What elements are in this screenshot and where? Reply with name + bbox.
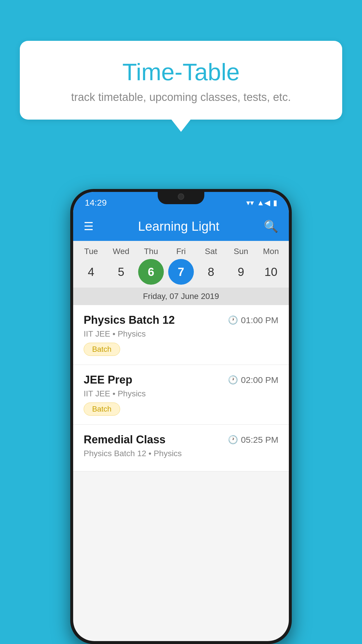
schedule-item-physics-batch[interactable]: Physics Batch 12 🕐 01:00 PM IIT JEE • Ph… [73, 305, 289, 365]
schedule-item-title-3: Remedial Class [84, 433, 166, 446]
app-title: Learning Light [138, 219, 219, 234]
schedule-item-title-1: Physics Batch 12 [84, 314, 175, 326]
tooltip-title: Time-Table [37, 58, 325, 86]
day-9[interactable]: 9 [228, 259, 254, 285]
time-value-3: 05:25 PM [241, 435, 278, 445]
day-7-selected[interactable]: 7 [168, 259, 194, 285]
battery-icon: ▮ [273, 198, 277, 207]
day-8[interactable]: 8 [198, 259, 224, 285]
phone-screen: 14:29 ▾▾ ▲◀ ▮ ☰ Learning Light 🔍 Tue Wed… [73, 192, 289, 641]
schedule-item-header-1: Physics Batch 12 🕐 01:00 PM [84, 314, 278, 326]
schedule-item-title-2: JEE Prep [84, 374, 132, 386]
day-header-fri: Fri [168, 247, 194, 256]
clock-icon-1: 🕐 [228, 315, 238, 325]
schedule-item-time-1: 🕐 01:00 PM [228, 315, 278, 325]
day-header-tue: Tue [78, 247, 104, 256]
search-icon[interactable]: 🔍 [264, 220, 278, 233]
day-header-thu: Thu [138, 247, 164, 256]
clock-icon-3: 🕐 [228, 435, 238, 444]
schedule-item-subtitle-2: IIT JEE • Physics [84, 389, 278, 398]
schedule-item-jee-prep[interactable]: JEE Prep 🕐 02:00 PM IIT JEE • Physics Ba… [73, 365, 289, 425]
tooltip-container: Time-Table track timetable, upcoming cla… [20, 41, 342, 120]
notch [158, 189, 204, 204]
tooltip-box: Time-Table track timetable, upcoming cla… [20, 41, 342, 120]
schedule-item-time-2: 🕐 02:00 PM [228, 375, 278, 385]
schedule-item-header-2: JEE Prep 🕐 02:00 PM [84, 374, 278, 386]
time-value-1: 01:00 PM [241, 315, 278, 325]
schedule-item-header-3: Remedial Class 🕐 05:25 PM [84, 433, 278, 446]
status-time: 14:29 [85, 198, 107, 208]
schedule-item-remedial[interactable]: Remedial Class 🕐 05:25 PM Physics Batch … [73, 425, 289, 471]
clock-icon-2: 🕐 [228, 375, 238, 385]
day-header-sun: Sun [228, 247, 254, 256]
day-6-today[interactable]: 6 [138, 259, 164, 285]
phone-frame: 14:29 ▾▾ ▲◀ ▮ ☰ Learning Light 🔍 Tue Wed… [70, 189, 292, 644]
calendar-row: Tue Wed Thu Fri Sat Sun Mon 4 5 6 7 8 9 … [73, 241, 289, 288]
day-4[interactable]: 4 [78, 259, 104, 285]
day-5[interactable]: 5 [108, 259, 134, 285]
front-camera [178, 193, 184, 200]
schedule-list: Physics Batch 12 🕐 01:00 PM IIT JEE • Ph… [73, 305, 289, 471]
batch-badge-1: Batch [84, 343, 120, 356]
signal-icon: ▲◀ [257, 198, 270, 207]
day-numbers: 4 5 6 7 8 9 10 [73, 259, 289, 285]
hamburger-icon[interactable]: ☰ [84, 221, 94, 232]
schedule-item-subtitle-3: Physics Batch 12 • Physics [84, 449, 278, 458]
day-header-sat: Sat [198, 247, 224, 256]
wifi-icon: ▾▾ [246, 198, 254, 207]
schedule-item-subtitle-1: IIT JEE • Physics [84, 329, 278, 339]
time-value-2: 02:00 PM [241, 375, 278, 385]
day-header-mon: Mon [258, 247, 284, 256]
batch-badge-2: Batch [84, 402, 120, 416]
day-10[interactable]: 10 [258, 259, 284, 285]
schedule-item-time-3: 🕐 05:25 PM [228, 435, 278, 445]
day-header-wed: Wed [108, 247, 134, 256]
status-icons: ▾▾ ▲◀ ▮ [246, 198, 277, 207]
tooltip-subtitle: track timetable, upcoming classes, tests… [37, 91, 325, 104]
day-headers: Tue Wed Thu Fri Sat Sun Mon [73, 247, 289, 256]
app-bar: ☰ Learning Light 🔍 [73, 212, 289, 241]
selected-date-label: Friday, 07 June 2019 [73, 288, 289, 305]
phone-outer: 14:29 ▾▾ ▲◀ ▮ ☰ Learning Light 🔍 Tue Wed… [70, 189, 292, 644]
